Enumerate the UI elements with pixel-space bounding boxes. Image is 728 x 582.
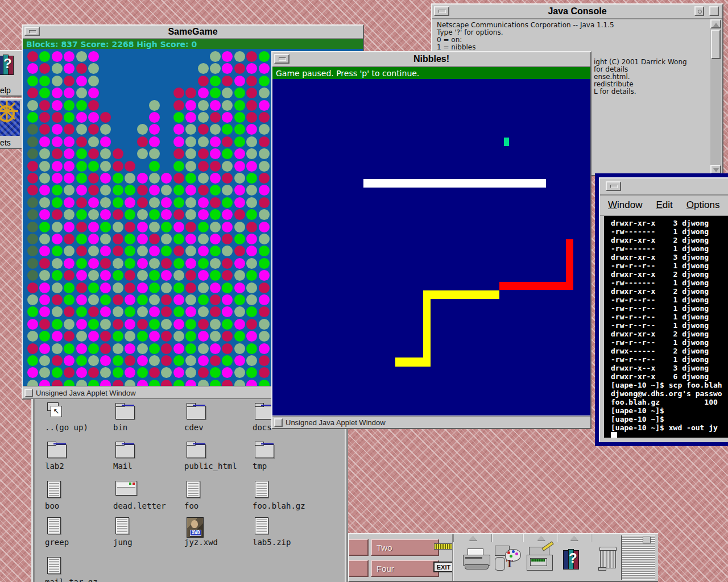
samegame-tile[interactable] [259,173,270,184]
samegame-tile[interactable] [198,367,209,378]
samegame-tile[interactable] [88,234,99,244]
samegame-tile[interactable] [137,282,148,293]
samegame-tile[interactable] [125,331,135,342]
samegame-tile[interactable] [222,246,233,256]
samegame-tile[interactable] [27,343,38,354]
samegame-tile[interactable] [246,343,257,354]
samegame-tile[interactable] [198,294,209,305]
samegame-tile[interactable] [222,76,233,86]
terminal-menu-window[interactable]: Window [608,199,642,211]
samegame-tile[interactable] [259,136,270,147]
samegame-tile[interactable] [185,270,196,281]
samegame-tile[interactable] [259,161,270,172]
samegame-tile[interactable] [88,355,99,366]
samegame-tile[interactable] [100,270,111,281]
samegame-tile[interactable] [246,234,257,244]
samegame-tile[interactable] [173,306,184,317]
samegame-tile[interactable] [76,173,87,184]
samegame-tile[interactable] [246,258,257,269]
samegame-tile[interactable] [222,270,233,281]
samegame-tile[interactable] [173,88,184,98]
samegame-tile[interactable] [161,197,172,208]
samegame-tile[interactable] [259,63,270,74]
samegame-tile[interactable] [185,282,196,293]
samegame-tile[interactable] [137,380,148,386]
samegame-tile[interactable] [88,124,99,135]
samegame-tile[interactable] [246,331,257,342]
samegame-tile[interactable] [198,185,209,196]
samegame-tile[interactable] [137,222,148,232]
samegame-tile[interactable] [210,246,221,256]
samegame-tile[interactable] [52,185,63,196]
samegame-tile[interactable] [173,367,184,378]
window-menu-button[interactable] [24,27,40,36]
samegame-tile[interactable] [234,76,245,86]
samegame-tile[interactable] [27,319,38,330]
samegame-tile[interactable] [149,112,160,123]
samegame-tile[interactable] [64,258,75,269]
samegame-tile[interactable] [185,246,196,256]
samegame-tile[interactable] [27,76,38,86]
samegame-tile[interactable] [234,367,245,378]
samegame-tile[interactable] [76,331,87,342]
samegame-tile[interactable] [198,270,209,281]
samegame-tile[interactable] [39,63,50,74]
samegame-tile[interactable] [161,173,172,184]
samegame-tile[interactable] [222,355,233,366]
samegame-tile[interactable] [149,282,160,293]
terminal-screen[interactable]: drwxr-xr-x 3 djwong-rw------- 1 djwongdr… [604,216,728,438]
samegame-tile[interactable] [210,197,221,208]
samegame-tile[interactable] [100,124,111,135]
samegame-tile[interactable] [234,185,245,196]
samegame-tile[interactable] [76,294,87,305]
samegame-tile[interactable] [100,282,111,293]
samegame-tile[interactable] [234,124,245,135]
samegame-tile[interactable] [259,331,270,342]
samegame-tile[interactable] [149,355,160,366]
samegame-tile[interactable] [185,258,196,269]
samegame-tile[interactable] [64,136,75,147]
samegame-tile[interactable] [100,355,111,366]
samegame-tile[interactable] [64,380,75,386]
samegame-tile[interactable] [161,319,172,330]
samegame-tile[interactable] [52,51,63,62]
samegame-tile[interactable] [173,380,184,386]
samegame-tile[interactable] [137,246,148,256]
samegame-tile[interactable] [76,306,87,317]
samegame-tile[interactable] [149,367,160,378]
samegame-tile[interactable] [210,112,221,123]
samegame-tile[interactable] [100,136,111,147]
samegame-tile[interactable] [100,380,111,386]
samegame-tile[interactable] [39,258,50,269]
scroll-down-button[interactable] [710,165,721,174]
samegame-tile[interactable] [222,197,233,208]
samegame-tile[interactable] [137,306,148,317]
samegame-tile[interactable] [88,319,99,330]
samegame-tile[interactable] [137,258,148,269]
samegame-tile[interactable] [173,319,184,330]
samegame-tile[interactable] [27,209,38,220]
trash-icon[interactable] [598,547,617,572]
samegame-tile[interactable] [149,294,160,305]
samegame-tile[interactable] [234,161,245,172]
samegame-tile[interactable] [39,88,50,98]
samegame-tile[interactable] [198,343,209,354]
samegame-tile[interactable] [185,100,196,111]
samegame-tile[interactable] [173,148,184,159]
samegame-tile[interactable] [76,112,87,123]
samegame-tile[interactable] [210,367,221,378]
samegame-tile[interactable] [39,112,50,123]
samegame-tile[interactable] [246,380,257,386]
samegame-tile[interactable] [113,234,123,244]
samegame-tile[interactable] [125,380,135,386]
nibbles-titlebar[interactable]: Nibbles! [272,52,590,67]
samegame-tile[interactable] [64,209,75,220]
desktop-icon-netscape[interactable]: Nets [0,98,23,149]
samegame-tile[interactable] [39,380,50,386]
samegame-tile[interactable] [113,343,123,354]
samegame-tile[interactable] [222,367,233,378]
samegame-tile[interactable] [161,209,172,220]
samegame-tile[interactable] [246,185,257,196]
samegame-tile[interactable] [39,161,50,172]
samegame-tile[interactable] [88,270,99,281]
